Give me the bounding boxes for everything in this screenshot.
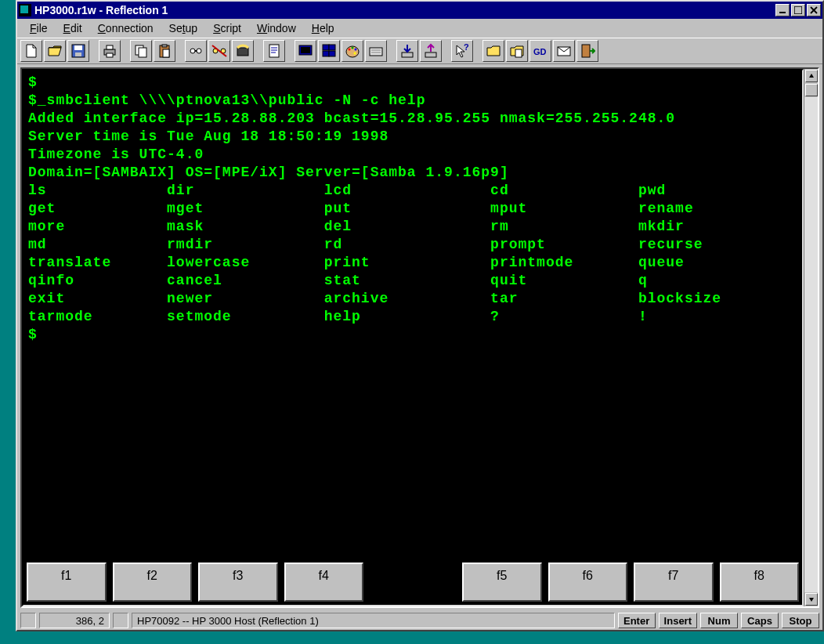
status-blank	[20, 613, 36, 628]
minimize-button[interactable]	[775, 4, 790, 16]
maximize-button[interactable]	[791, 4, 805, 16]
tool-screen1[interactable]	[295, 40, 316, 62]
svg-rect-14	[163, 49, 169, 57]
scroll-down-button[interactable]	[805, 593, 818, 606]
tool-phone[interactable]	[232, 40, 254, 62]
svg-rect-9	[107, 53, 113, 57]
menu-script[interactable]: Script	[205, 20, 249, 36]
arrow-up-icon	[808, 73, 815, 79]
svg-rect-31	[329, 51, 335, 56]
fkey-f1[interactable]: f1	[27, 563, 107, 602]
status-num[interactable]: Num	[700, 613, 738, 628]
tool-connect[interactable]	[185, 40, 207, 62]
tool-save[interactable]	[67, 40, 89, 62]
svg-rect-22	[269, 45, 279, 57]
svg-rect-28	[323, 45, 329, 50]
mail-icon	[556, 43, 572, 59]
menu-window[interactable]: Window	[249, 20, 304, 36]
svg-rect-21	[237, 48, 248, 56]
folder-icon	[486, 43, 501, 59]
new-file-icon	[23, 43, 39, 59]
fkey-f2[interactable]: f2	[113, 563, 193, 602]
svg-point-36	[354, 52, 356, 55]
status-stop[interactable]: Stop	[782, 613, 819, 628]
tool-paste[interactable]	[154, 40, 175, 62]
tool-screen-multi[interactable]	[318, 40, 340, 62]
copy-icon	[133, 43, 149, 59]
tool-copy[interactable]	[130, 40, 152, 62]
screen-icon	[298, 43, 313, 59]
svg-rect-0	[779, 12, 786, 13]
upload-icon	[423, 43, 439, 59]
svg-point-15	[190, 49, 195, 53]
printer-icon	[102, 43, 117, 59]
close-icon	[810, 6, 818, 14]
app-icon	[19, 4, 31, 16]
tool-help[interactable]: ?	[451, 40, 473, 62]
folder-doc-icon	[509, 43, 525, 59]
terminal-frame: $ $_smbclient \\\\ptnova13\\public -N -c…	[22, 69, 804, 606]
svg-rect-40	[402, 52, 413, 57]
tool-upload[interactable]	[420, 40, 442, 62]
tool-link[interactable]: GD	[529, 40, 551, 62]
tool-folder1[interactable]	[482, 40, 504, 62]
terminal[interactable]: $ $_smbclient \\\\ptnova13\\public -N -c…	[23, 71, 802, 559]
svg-rect-1	[794, 6, 802, 14]
tool-exit[interactable]	[576, 40, 598, 62]
svg-text:?: ?	[464, 43, 469, 52]
tool-new[interactable]	[20, 40, 42, 62]
maximize-icon	[794, 6, 802, 14]
tool-disconnect[interactable]	[208, 40, 230, 62]
tool-open[interactable]	[44, 40, 66, 62]
scroll-track[interactable]	[804, 97, 818, 592]
svg-point-34	[352, 47, 354, 49]
menubar: File Edit Connection Setup Script Window…	[17, 19, 822, 38]
fkey-f8[interactable]: f8	[720, 563, 800, 602]
svg-rect-46	[582, 45, 590, 57]
connect-icon	[188, 43, 204, 59]
menu-help[interactable]: Help	[304, 20, 342, 36]
fkey-f4[interactable]: f4	[284, 563, 364, 602]
paste-icon	[157, 43, 172, 59]
tool-download[interactable]	[396, 40, 418, 62]
exit-icon	[580, 43, 595, 59]
arrow-down-icon	[808, 596, 815, 602]
tool-palette[interactable]	[342, 40, 363, 62]
disconnect-icon	[211, 43, 227, 59]
fkey-gap	[370, 563, 456, 602]
fkey-f3[interactable]: f3	[198, 563, 278, 602]
tool-keyboard[interactable]	[365, 40, 387, 62]
svg-rect-5	[74, 45, 82, 50]
tool-print[interactable]	[99, 40, 121, 62]
scroll-thumb[interactable]	[805, 84, 818, 96]
tool-script[interactable]	[263, 40, 285, 62]
fkey-f5[interactable]: f5	[462, 563, 542, 602]
app-window: HP3000.r1w - Reflection 1 File Edit Conn…	[16, 0, 824, 631]
titlebar[interactable]: HP3000.r1w - Reflection 1	[17, 2, 822, 19]
fkey-f7[interactable]: f7	[634, 563, 714, 602]
save-disk-icon	[70, 43, 86, 59]
palette-icon	[345, 43, 360, 59]
fkey-f6[interactable]: f6	[548, 563, 628, 602]
status-insert[interactable]: Insert	[659, 613, 697, 628]
close-button[interactable]	[807, 4, 821, 16]
menu-edit[interactable]: Edit	[56, 20, 90, 36]
svg-rect-30	[323, 51, 329, 56]
scroll-up-button[interactable]	[805, 70, 818, 82]
svg-rect-11	[139, 48, 146, 57]
svg-point-16	[197, 49, 201, 53]
status-enter[interactable]: Enter	[618, 613, 656, 628]
menu-setup[interactable]: Setup	[161, 20, 206, 36]
screens-icon	[321, 43, 337, 59]
phone-icon	[235, 43, 251, 59]
script-icon	[266, 43, 282, 59]
tool-mail[interactable]	[553, 40, 575, 62]
menu-file[interactable]: File	[22, 20, 56, 36]
status-caps[interactable]: Caps	[741, 613, 779, 628]
svg-rect-8	[107, 45, 113, 49]
tool-folder2[interactable]	[506, 40, 528, 62]
status-blank2	[113, 613, 128, 628]
menu-connection[interactable]: Connection	[90, 20, 161, 36]
vertical-scrollbar[interactable]	[804, 69, 818, 606]
minimize-icon	[779, 6, 786, 14]
